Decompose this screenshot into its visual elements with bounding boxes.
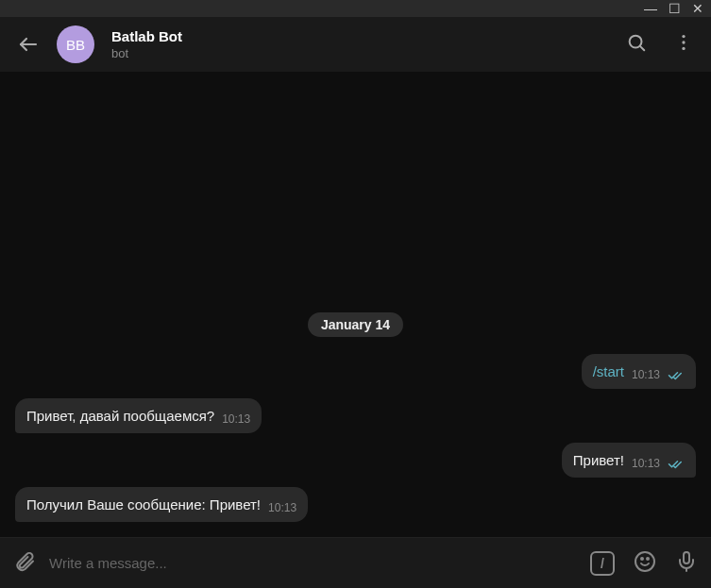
message-time: 10:13 <box>268 501 296 514</box>
message-time: 10:13 <box>222 412 250 426</box>
paperclip-icon <box>13 550 36 573</box>
voice-button[interactable] <box>675 550 698 577</box>
window-minimize-button[interactable]: — <box>644 2 657 15</box>
chat-title: Batlab Bot <box>111 28 609 44</box>
attach-button[interactable] <box>13 550 36 577</box>
read-ticks-icon <box>668 457 685 470</box>
message-row: Привет! 10:13 <box>15 443 696 478</box>
svg-line-2 <box>640 46 644 50</box>
window-close-button[interactable]: ✕ <box>692 2 703 15</box>
svg-point-5 <box>682 47 685 50</box>
message-bubble-outgoing[interactable]: Привет! 10:13 <box>562 443 696 478</box>
smiley-icon <box>634 550 656 573</box>
slash-icon: / <box>601 556 604 571</box>
avatar[interactable]: BB <box>57 25 94 63</box>
message-bubble-outgoing[interactable]: /start 10:13 <box>582 354 696 389</box>
chat-subtitle: bot <box>111 46 609 60</box>
svg-point-7 <box>641 558 643 560</box>
window-maximize-button[interactable]: ☐ <box>669 2 681 15</box>
date-divider: January 14 <box>308 312 403 337</box>
window-titlebar: — ☐ ✕ <box>0 0 711 17</box>
header-actions <box>626 32 694 57</box>
message-row: Получил Ваше сообщение: Привет! 10:13 <box>15 487 696 522</box>
chat-area[interactable]: January 14 /start 10:13 Привет, давай по… <box>0 72 711 537</box>
message-time: 10:13 <box>632 368 660 381</box>
emoji-button[interactable] <box>634 550 656 577</box>
back-button[interactable] <box>17 33 40 56</box>
svg-point-3 <box>682 35 685 38</box>
message-row: /start 10:13 <box>15 354 696 389</box>
message-composer: / <box>0 537 711 588</box>
chat-header: BB Batlab Bot bot <box>0 17 711 72</box>
avatar-initials: BB <box>66 37 85 53</box>
composer-actions: / <box>590 550 698 577</box>
commands-button[interactable]: / <box>590 551 615 576</box>
read-ticks-icon <box>668 368 685 381</box>
message-input[interactable] <box>49 555 577 571</box>
svg-rect-9 <box>684 552 689 563</box>
menu-button[interactable] <box>673 32 694 57</box>
kebab-menu-icon <box>673 32 694 53</box>
microphone-icon <box>675 550 698 573</box>
message-text: Получил Ваше сообщение: Привет! <box>26 495 261 514</box>
message-text: Привет, давай пообщаемся? <box>26 406 214 426</box>
message-time: 10:13 <box>632 457 660 470</box>
svg-point-6 <box>635 552 654 571</box>
svg-point-4 <box>682 41 685 43</box>
message-bubble-incoming[interactable]: Привет, давай пообщаемся? 10:13 <box>15 398 262 433</box>
search-icon <box>626 32 647 53</box>
message-text: Привет! <box>573 450 624 470</box>
header-info[interactable]: Batlab Bot bot <box>111 28 609 60</box>
message-bubble-incoming[interactable]: Получил Ваше сообщение: Привет! 10:13 <box>15 487 308 522</box>
message-text: /start <box>593 361 624 381</box>
arrow-left-icon <box>17 33 40 56</box>
message-row: Привет, давай пообщаемся? 10:13 <box>15 398 696 433</box>
search-button[interactable] <box>626 32 647 57</box>
svg-point-8 <box>647 558 649 560</box>
